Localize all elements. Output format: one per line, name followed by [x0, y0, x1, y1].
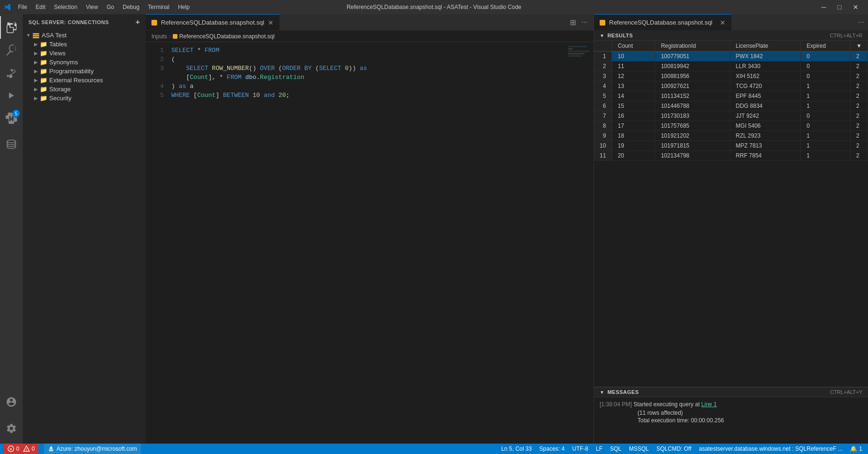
minimize-button[interactable]: ─	[816, 1, 832, 13]
tree-item-programmability[interactable]: ▶ 📁 Programmability	[23, 67, 146, 76]
results-tab-close[interactable]: ✕	[720, 19, 726, 26]
table-row[interactable]: 11 20 102134798 RRF 7854 1 2	[594, 151, 868, 161]
menu-file[interactable]: File	[14, 3, 31, 11]
table-row[interactable]: 7 16 101730183 JJT 9242 0 2	[594, 111, 868, 121]
status-language[interactable]: SQL	[608, 445, 623, 452]
status-errors[interactable]: ✕ 0 ! 0	[4, 444, 38, 454]
status-sqlcmd[interactable]: SQLCMD: Off	[655, 445, 693, 452]
cell-expired: 1	[801, 101, 850, 111]
sidebar-header: SQL SERVER: CONNECTIONS +	[23, 14, 146, 30]
status-encoding[interactable]: UTF-8	[570, 445, 590, 452]
tree-item-storage[interactable]: ▶ 📁 Storage	[23, 85, 146, 94]
caret-icon: ▶	[32, 87, 40, 92]
menu-edit[interactable]: Edit	[32, 3, 49, 11]
activity-database[interactable]	[0, 133, 23, 156]
table-row[interactable]: 6 15 101446788 DDG 8834 1 2	[594, 101, 868, 111]
editor-tab-active[interactable]: ReferenceSQLDatabase.snapshot.sql ✕	[146, 14, 280, 30]
cell-registrationid: 100881956	[655, 71, 730, 81]
tree-item-tables[interactable]: ▶ 📁 Tables	[23, 40, 146, 49]
results-table: Count RegistrationId LicensePlate Expire…	[594, 41, 868, 161]
menu-terminal[interactable]: Terminal	[144, 3, 173, 11]
table-row[interactable]: 4 13 100927621 TCG 4720 1 2	[594, 81, 868, 91]
messages-collapse-icon[interactable]: ▼	[600, 390, 604, 395]
collapse-icon[interactable]: ▼	[600, 33, 604, 38]
activity-extensions[interactable]: 5	[0, 107, 23, 130]
activity-source-control[interactable]	[0, 61, 23, 84]
warning-icon: !	[23, 445, 30, 452]
tab-close-button[interactable]: ✕	[268, 19, 274, 26]
split-editor-button[interactable]: ⊞	[568, 17, 578, 28]
breadcrumb-inputs[interactable]: Inputs	[151, 33, 167, 40]
col-header-extra[interactable]: ▼	[850, 41, 868, 52]
cell-licenseplate: LLR 3430	[730, 61, 801, 71]
titlebar-menu: File Edit Selection View Go Debug Termin…	[14, 3, 194, 11]
table-row[interactable]: 2 11 100819942 LLR 3430 0 2	[594, 61, 868, 71]
cell-registrationid: 100819942	[655, 61, 730, 71]
close-button[interactable]: ✕	[847, 1, 864, 13]
menu-view[interactable]: View	[82, 3, 102, 11]
menu-selection[interactable]: Selection	[50, 3, 81, 11]
activity-explorer[interactable]	[0, 16, 23, 39]
tree-item-security[interactable]: ▶ 📁 Security	[23, 94, 146, 103]
col-header-licenseplate[interactable]: LicensePlate	[730, 41, 801, 52]
breadcrumb-file-icon	[173, 34, 177, 39]
results-more-actions-button[interactable]: ···	[858, 18, 864, 26]
messages-shortcut: CTRL+ALT+Y	[830, 389, 862, 395]
code-editor[interactable]: 1 SELECT * FROM 2 ( 3 SELECT ROW_NUMBER(…	[146, 42, 565, 444]
tree-item-views[interactable]: ▶ 📁 Views	[23, 49, 146, 58]
breadcrumb-file[interactable]: ReferenceSQLDatabase.snapshot.sql	[173, 33, 275, 40]
col-header-registrationid[interactable]: RegistrationId	[655, 41, 730, 52]
tree-root-label: ASA Test	[42, 32, 67, 39]
cell-licenseplate: RRF 7854	[730, 151, 801, 161]
table-row[interactable]: 8 17 101757685 MGI 5406 0 2	[594, 121, 868, 131]
svg-point-0	[7, 140, 16, 143]
line-content: SELECT ROW_NUMBER() OVER (ORDER BY (SELE…	[169, 64, 565, 73]
status-eol[interactable]: LF	[594, 445, 604, 452]
breadcrumb-separator: ›	[169, 33, 171, 40]
cell-count: 15	[612, 101, 655, 111]
editor-area: ReferenceSQLDatabase.snapshot.sql ✕ ⊞ ··…	[146, 14, 593, 444]
results-table-container[interactable]: Count RegistrationId LicensePlate Expire…	[594, 41, 868, 387]
table-row[interactable]: 1 10 100779051 PWX 1842 0 2	[594, 52, 868, 61]
activity-search[interactable]	[0, 39, 23, 61]
results-tab-active[interactable]: ReferenceSQLDatabase.snapshot.sql ✕	[594, 14, 732, 30]
message-link[interactable]: Line 1	[701, 401, 717, 408]
folder-icon: 📁	[40, 68, 47, 75]
menu-go[interactable]: Go	[103, 3, 118, 11]
caret-icon: ▶	[32, 51, 40, 56]
status-position[interactable]: Ln 5, Col 33	[499, 445, 534, 452]
warning-count: 0	[32, 445, 35, 452]
status-server[interactable]: asatestserver.database.windows.net : SQL…	[697, 445, 845, 452]
tree-item-external-resources[interactable]: ▶ 📁 External Resources	[23, 76, 146, 85]
status-spaces[interactable]: Spaces: 4	[538, 445, 567, 452]
folder-icon: 📁	[40, 41, 47, 48]
table-row[interactable]: 3 12 100881956 XIH 5162 0 2	[594, 71, 868, 81]
code-line-3b: [Count], * FROM dbo.Registration	[146, 73, 565, 82]
menu-help[interactable]: Help	[174, 3, 194, 11]
menu-debug[interactable]: Debug	[119, 3, 143, 11]
tree-item-asatest[interactable]: ▼ ASA Test	[23, 30, 146, 40]
titlebar-left: File Edit Selection View Go Debug Termin…	[4, 3, 194, 11]
tree-label-external-resources: External Resources	[49, 77, 103, 84]
more-actions-button[interactable]: ···	[580, 17, 590, 27]
table-row[interactable]: 10 19 101971815 MPZ 7813 1 2	[594, 141, 868, 151]
row-number: 3	[594, 71, 612, 81]
add-connection-button[interactable]: +	[135, 18, 140, 26]
status-dialect[interactable]: MSSQL	[627, 445, 651, 452]
col-header-expired[interactable]: Expired	[801, 41, 850, 52]
error-count: 0	[16, 445, 19, 452]
sidebar-title: SQL SERVER: CONNECTIONS	[28, 19, 109, 25]
tree-item-synonyms[interactable]: ▶ 📁 Synonyms	[23, 58, 146, 67]
activity-settings[interactable]	[0, 417, 23, 440]
activity-run[interactable]	[0, 84, 23, 107]
activity-accounts[interactable]	[0, 391, 23, 413]
status-bell[interactable]: 🔔 1	[848, 445, 864, 452]
table-row[interactable]: 9 18 101921202 RZL 2923 1 2	[594, 131, 868, 141]
cell-extra: 2	[850, 101, 868, 111]
table-row[interactable]: 5 14 101134152 EPF 8445 1 2	[594, 91, 868, 101]
cell-count: 17	[612, 121, 655, 131]
col-header-count[interactable]: Count	[612, 41, 655, 52]
status-azure[interactable]: Azure: zhouyun@microsoft.com	[44, 444, 141, 454]
cell-count: 11	[612, 61, 655, 71]
maximize-button[interactable]: □	[832, 1, 847, 13]
